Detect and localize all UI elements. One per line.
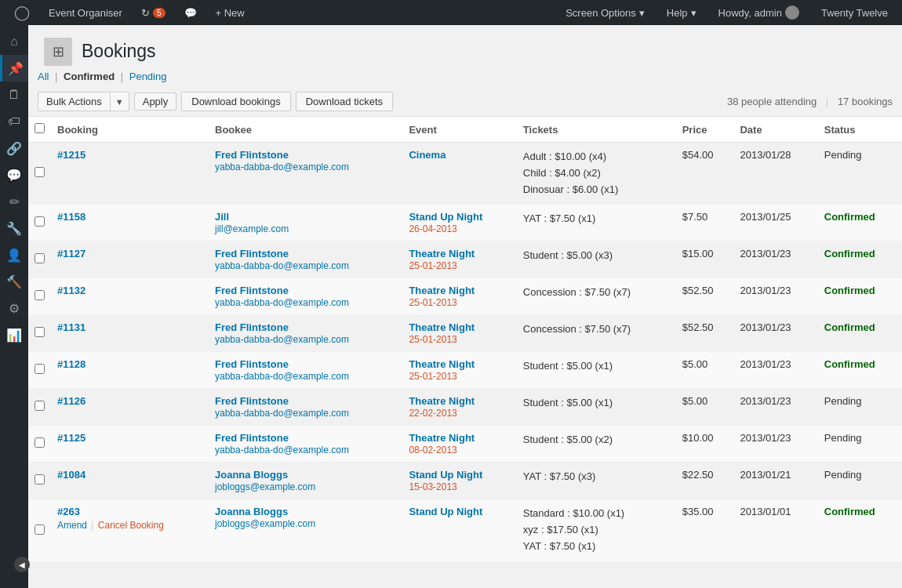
bookee-email-link[interactable]: yabba-dabba-do@example.com: [215, 162, 349, 172]
booking-id-link[interactable]: #1125: [57, 432, 85, 444]
row-checkbox[interactable]: [35, 167, 45, 177]
bookee-name-link[interactable]: Fred Flintstone: [215, 285, 396, 296]
booking-id-link[interactable]: #263: [57, 506, 80, 517]
sidebar-item-plugins[interactable]: 🔧: [0, 215, 28, 241]
booking-id-link[interactable]: #1132: [57, 285, 85, 296]
date-cell: 2013/01/01: [733, 499, 817, 561]
bookee-name-link[interactable]: Fred Flintstone: [215, 321, 396, 333]
event-name-link[interactable]: Stand Up Night: [409, 506, 510, 517]
select-all-checkbox[interactable]: [35, 123, 45, 133]
bookee-name-link[interactable]: Jill: [215, 211, 396, 223]
help-button[interactable]: Help ▾: [659, 0, 704, 25]
comments-button[interactable]: 💬: [176, 0, 205, 25]
bookee-name-link[interactable]: Fred Flintstone: [215, 248, 396, 260]
row-checkbox[interactable]: [35, 474, 45, 485]
status-badge: Pending: [824, 432, 862, 444]
row-checkbox[interactable]: [35, 253, 45, 263]
bookee-email-link[interactable]: yabba-dabba-do@example.com: [215, 371, 349, 382]
bookee-name-link[interactable]: Fred Flintstone: [215, 149, 396, 161]
download-tickets-button[interactable]: Download tickets: [296, 92, 393, 111]
new-label: + New: [216, 7, 245, 19]
sidebar-item-events[interactable]: 📊: [0, 321, 28, 348]
filter-confirmed[interactable]: Confirmed: [64, 71, 115, 82]
apply-button[interactable]: Apply: [134, 93, 177, 111]
event-name-link[interactable]: Theatre Night: [409, 321, 510, 333]
event-cell: Cinema: [402, 143, 516, 205]
row-action-link[interactable]: Cancel Booking: [98, 520, 164, 531]
booking-id-link[interactable]: #1126: [57, 395, 85, 407]
download-bookings-button[interactable]: Download bookings: [181, 92, 290, 111]
event-cell: Stand Up Night: [402, 499, 516, 561]
bookee-cell: Fred Flintstoneyabba-dabba-do@example.co…: [209, 143, 402, 205]
bulk-actions-wrap: Bulk Actions ▼: [38, 92, 129, 111]
sidebar-item-dashboard[interactable]: ⌂: [0, 28, 28, 55]
booking-id-link[interactable]: #1127: [57, 248, 85, 260]
event-name-link[interactable]: Stand Up Night: [409, 211, 510, 223]
status-cell: Confirmed: [818, 278, 902, 315]
sidebar-item-posts[interactable]: 📌: [0, 55, 28, 82]
row-checkbox-cell: [28, 352, 51, 389]
updates-button[interactable]: ↻ 5: [133, 0, 173, 25]
bookee-email-link[interactable]: yabba-dabba-do@example.com: [215, 334, 349, 345]
sidebar-item-settings[interactable]: ⚙: [0, 295, 28, 321]
tickets-cell: YAT : $7.50 (x1): [517, 205, 676, 241]
booking-id-link[interactable]: #1128: [57, 358, 85, 370]
sidebar-item-comments[interactable]: 💬: [0, 162, 28, 188]
wp-logo-button[interactable]: ◯: [6, 0, 38, 25]
site-name-button[interactable]: Event Organiser: [41, 0, 130, 25]
sidebar-item-links[interactable]: 🏷: [0, 108, 28, 135]
event-name-link[interactable]: Theatre Night: [409, 432, 510, 444]
bookee-email-link[interactable]: jobloggs@example.com: [215, 481, 315, 492]
sidebar-item-users[interactable]: 👤: [0, 241, 28, 268]
bookee-name-link[interactable]: Joanna Bloggs: [215, 469, 396, 481]
bookee-cell: Fred Flintstoneyabba-dabba-do@example.co…: [209, 426, 402, 463]
price-cell: $7.50: [676, 205, 734, 241]
new-content-button[interactable]: + New: [208, 0, 253, 25]
screen-options-button[interactable]: Screen Options ▾: [558, 0, 653, 25]
ticket-line: Student : $5.00 (x1): [523, 360, 613, 372]
row-checkbox[interactable]: [35, 216, 45, 227]
bookee-email-link[interactable]: jobloggs@example.com: [215, 518, 315, 529]
event-name-link[interactable]: Stand Up Night: [409, 469, 510, 481]
row-checkbox[interactable]: [35, 401, 45, 411]
bookee-email-link[interactable]: jill@example.com: [215, 223, 289, 234]
bookee-email-link[interactable]: yabba-dabba-do@example.com: [215, 260, 349, 271]
event-name-link[interactable]: Cinema: [409, 149, 510, 161]
bookee-name-link[interactable]: Joanna Bloggs: [215, 506, 396, 517]
event-name-link[interactable]: Theatre Night: [409, 395, 510, 407]
bookee-email-link[interactable]: yabba-dabba-do@example.com: [215, 297, 349, 308]
sidebar-item-tools[interactable]: 🔨: [0, 268, 28, 295]
bookee-name-link[interactable]: Fred Flintstone: [215, 432, 396, 444]
row-checkbox-cell: [28, 205, 51, 241]
booking-id-link[interactable]: #1131: [57, 321, 85, 333]
booking-id-link[interactable]: #1158: [57, 211, 85, 223]
row-checkbox[interactable]: [35, 364, 45, 374]
bookee-name-link[interactable]: Fred Flintstone: [215, 358, 396, 370]
sidebar-item-appearance[interactable]: ✏: [0, 188, 28, 215]
booking-id-link[interactable]: #1084: [57, 469, 85, 481]
bookee-email-link[interactable]: yabba-dabba-do@example.com: [215, 408, 349, 419]
sidebar-item-pages[interactable]: 🔗: [0, 135, 28, 162]
filter-pending[interactable]: Pending: [129, 71, 167, 82]
row-checkbox[interactable]: [35, 524, 45, 535]
col-date: Date: [733, 117, 817, 143]
filter-tabs: All | Confirmed | Pending: [28, 66, 902, 87]
bookee-email-link[interactable]: yabba-dabba-do@example.com: [215, 445, 349, 456]
user-account[interactable]: Howdy, admin: [711, 0, 807, 25]
screen-options-label: Screen Options: [566, 7, 636, 19]
event-name-link[interactable]: Theatre Night: [409, 358, 510, 370]
event-name-link[interactable]: Theatre Night: [409, 248, 510, 260]
row-checkbox[interactable]: [35, 327, 45, 337]
price-cell: $52.50: [676, 278, 734, 315]
bookee-name-link[interactable]: Fred Flintstone: [215, 395, 396, 407]
theme-name[interactable]: Twenty Twelve: [813, 0, 896, 25]
event-name-link[interactable]: Theatre Night: [409, 285, 510, 296]
booking-id-link[interactable]: #1215: [57, 149, 85, 161]
row-checkbox[interactable]: [35, 437, 45, 448]
table-row: #263Amend | Cancel BookingJoanna Bloggsj…: [28, 499, 902, 561]
filter-all[interactable]: All: [38, 71, 49, 82]
sidebar-collapse-toggle[interactable]: ◀: [14, 557, 30, 562]
row-action-link[interactable]: Amend: [57, 520, 87, 531]
sidebar-item-media[interactable]: 🗒: [0, 82, 28, 108]
row-checkbox[interactable]: [35, 290, 45, 300]
